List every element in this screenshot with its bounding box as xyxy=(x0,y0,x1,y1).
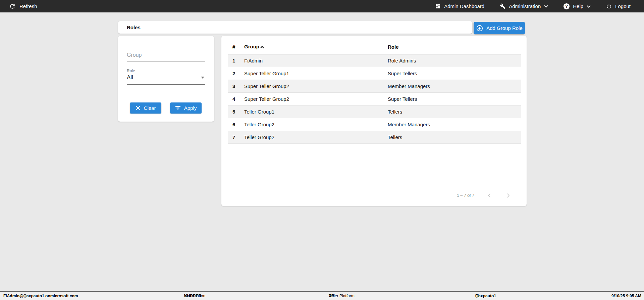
table-row[interactable]: 3 Super Teller Group2 Member Managers xyxy=(228,80,521,92)
page-title: Roles xyxy=(127,25,141,30)
column-header-num: # xyxy=(228,40,244,54)
administration-label: Administration xyxy=(509,3,541,9)
top-bar: Refresh Admin Dashboard Administration ?… xyxy=(0,0,644,12)
table-row[interactable]: 1 FiAdmin Role Admins xyxy=(228,54,521,67)
dashboard-icon xyxy=(435,3,441,9)
table-row[interactable]: 2 Super Teller Group1 Super Tellers xyxy=(228,67,521,80)
chevron-down-icon xyxy=(544,5,548,8)
wrench-icon xyxy=(500,3,505,9)
x-icon xyxy=(136,105,141,111)
filter-actions: Clear Apply xyxy=(130,102,205,114)
status-user: FiAdmin@Qaxpauto1.onmicrosoft.com xyxy=(3,294,78,298)
refresh-icon xyxy=(9,3,16,10)
add-group-role-label: Add Group Role xyxy=(486,25,523,31)
filter-panel: Role All Clear Apply xyxy=(118,36,214,122)
add-group-role-button[interactable]: Add Group Role xyxy=(474,22,525,34)
help-label: Help xyxy=(573,3,583,9)
table-row[interactable]: 4 Super Teller Group2 Super Tellers xyxy=(228,92,521,105)
status-bar: FiAdmin@Qaxpauto1.onmicrosoft.com Workst… xyxy=(0,291,644,300)
status-datetime: 9/10/25 9:05 AM xyxy=(611,294,641,298)
chevron-down-icon xyxy=(587,5,591,8)
administration-menu-item[interactable]: Administration xyxy=(500,3,548,9)
refresh-label: Refresh xyxy=(19,3,37,9)
table-row[interactable]: 7 Teller Group2 Tellers xyxy=(228,131,521,143)
pagination-range: 1 – 7 of 7 xyxy=(457,193,474,198)
group-filter-input[interactable] xyxy=(127,52,205,61)
column-header-role[interactable]: Role xyxy=(388,40,521,54)
roles-table-card: # Group Role 1 FiAdmin Role Admins 2 Sup… xyxy=(221,36,527,206)
apply-button[interactable]: Apply xyxy=(170,102,202,114)
apply-label: Apply xyxy=(184,105,197,111)
clear-label: Clear xyxy=(144,105,156,111)
pagination-next-icon[interactable] xyxy=(504,192,512,199)
table-header-row: # Group Role xyxy=(228,40,521,54)
topbar-menu: Admin Dashboard Administration ? Help Lo… xyxy=(435,3,631,9)
power-icon xyxy=(606,3,612,9)
page-title-bar: Roles xyxy=(118,21,472,34)
plus-circle-icon xyxy=(476,25,483,32)
admin-dashboard-label: Admin Dashboard xyxy=(444,3,484,9)
logout-menu-item[interactable]: Logout xyxy=(606,3,631,9)
table-row[interactable]: 6 Teller Group2 Member Managers xyxy=(228,118,521,131)
filter-icon xyxy=(175,106,181,110)
logout-label: Logout xyxy=(615,3,631,9)
role-filter-label: Role xyxy=(127,69,205,73)
table-row[interactable]: 5 Teller Group1 Tellers xyxy=(228,105,521,118)
dropdown-arrow-icon xyxy=(201,77,204,80)
pagination-prev-icon[interactable] xyxy=(486,192,493,199)
clear-button[interactable]: Clear xyxy=(130,102,161,114)
help-icon: ? xyxy=(564,3,570,9)
pagination: 1 – 7 of 7 xyxy=(457,191,512,200)
refresh-button[interactable]: Refresh xyxy=(9,3,37,10)
role-filter-value: All xyxy=(127,74,205,81)
roles-table: # Group Role 1 FiAdmin Role Admins 2 Sup… xyxy=(228,40,521,144)
help-menu-item[interactable]: ? Help xyxy=(564,3,591,9)
admin-dashboard-menu-item[interactable]: Admin Dashboard xyxy=(435,3,484,9)
role-filter-select[interactable]: Role All xyxy=(127,69,205,85)
column-header-group[interactable]: Group xyxy=(244,40,388,54)
sort-asc-icon xyxy=(260,44,264,50)
